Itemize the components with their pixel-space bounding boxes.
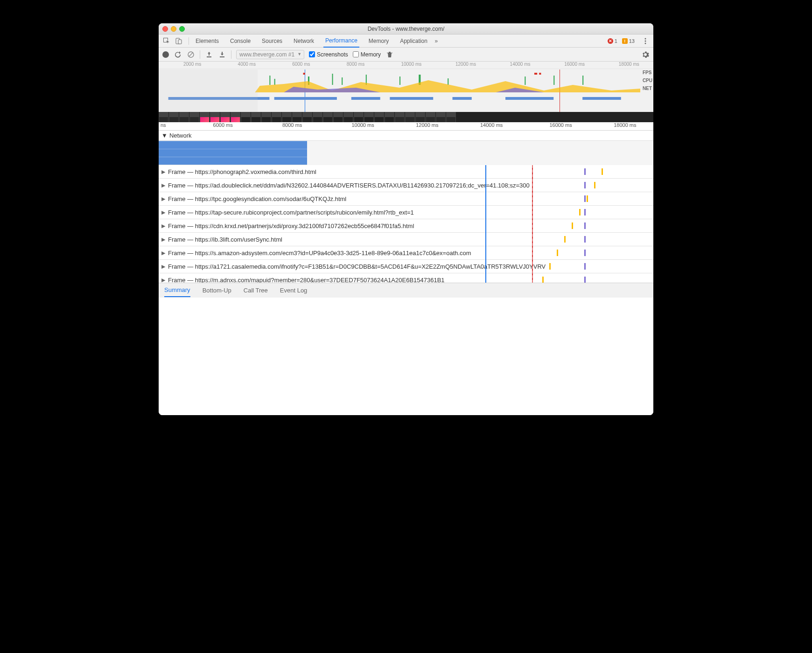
disclosure-triangle-icon[interactable]: ▶: [161, 264, 166, 270]
track-row[interactable]: ▶Frame — https://tap-secure.rubiconproje…: [159, 206, 653, 219]
task-mark: [584, 209, 586, 215]
overview-tick: 16000 ms: [564, 62, 585, 67]
details-tab-call-tree[interactable]: Call Tree: [244, 284, 268, 297]
more-options-icon[interactable]: [640, 36, 651, 46]
svg-point-5: [645, 42, 646, 44]
details-tab-summary[interactable]: Summary: [164, 284, 190, 297]
network-section-header[interactable]: ▼ Network: [159, 131, 653, 141]
reload-button[interactable]: [174, 50, 182, 59]
svg-point-3: [645, 38, 646, 39]
track-label: Frame — https://a1721.casalemedia.com/if…: [168, 263, 546, 270]
disclosure-triangle-icon[interactable]: ▶: [161, 223, 166, 229]
task-mark: [557, 250, 558, 256]
warning-count: 13: [629, 38, 635, 44]
overview-tick: 10000 ms: [401, 62, 421, 67]
ruler-tick: 10000 ms: [351, 122, 374, 128]
track-row[interactable]: ▶Frame — https://cdn.krxd.net/partnerjs/…: [159, 219, 653, 233]
track-row[interactable]: ▶Frame — https://a1721.casalemedia.com/i…: [159, 260, 653, 273]
svg-rect-16: [448, 78, 448, 85]
toggle-device-toolbar-icon[interactable]: [174, 36, 184, 46]
panel-tab-sources[interactable]: Sources: [260, 35, 284, 47]
disclosure-triangle-icon[interactable]: ▶: [161, 169, 166, 175]
overflow-tabs-icon[interactable]: »: [431, 36, 441, 46]
save-profile-icon[interactable]: [218, 50, 226, 59]
titlebar: DevTools - www.theverge.com/: [159, 23, 653, 35]
flame-chart-tracks[interactable]: ▶Frame — https://phonograph2.voxmedia.co…: [159, 165, 653, 283]
panel-tab-memory[interactable]: Memory: [367, 35, 391, 47]
minimize-window-button[interactable]: [171, 26, 176, 32]
track-row[interactable]: ▶Frame — https://tpc.googlesyndication.c…: [159, 192, 653, 206]
ruler-prefix: ns: [161, 122, 166, 128]
track-label: Frame — https://s.amazon-adsystem.com/ec…: [168, 250, 471, 257]
svg-point-4: [645, 40, 646, 42]
overview-tick: 2000 ms: [183, 62, 201, 67]
main-ruler[interactable]: ns 6000 ms 8000 ms 10000 ms 12000 ms 140…: [159, 122, 653, 131]
load-profile-icon[interactable]: [205, 50, 213, 59]
overview-tick: 8000 ms: [347, 62, 364, 67]
track-row[interactable]: ▶Frame — https://ad.doubleclick.net/ddm/…: [159, 179, 653, 192]
svg-rect-11: [332, 74, 333, 85]
traffic-lights: [162, 26, 185, 32]
close-window-button[interactable]: [162, 26, 168, 32]
screenshots-checkbox-input[interactable]: [309, 51, 315, 57]
lane-label-cpu: CPU: [643, 78, 652, 83]
warning-icon: !: [622, 38, 628, 44]
collect-garbage-icon[interactable]: [385, 50, 394, 59]
overview-pane[interactable]: 2000 ms4000 ms6000 ms8000 ms10000 ms1200…: [159, 62, 653, 122]
window-title: DevTools - www.theverge.com/: [159, 26, 653, 32]
task-mark: [587, 195, 588, 202]
svg-rect-21: [534, 73, 537, 75]
memory-checkbox-input[interactable]: [353, 51, 359, 57]
disclosure-triangle-icon[interactable]: ▶: [161, 209, 166, 215]
capture-settings-icon[interactable]: [641, 50, 650, 59]
track-label: Frame — https://m.adnxs.com/mapuid?membe…: [168, 277, 445, 283]
select-element-icon[interactable]: [161, 36, 172, 46]
panel-tab-elements[interactable]: Elements: [194, 35, 221, 47]
task-mark: [584, 250, 586, 256]
track-label: Frame — https://phonograph2.voxmedia.com…: [168, 168, 316, 175]
panel-tab-console[interactable]: Console: [228, 35, 252, 47]
network-waterfall[interactable]: [159, 141, 307, 165]
disclosure-triangle-icon[interactable]: ▶: [161, 250, 166, 256]
overview-lane-labels: FPSCPUNET: [643, 70, 652, 91]
track-row[interactable]: ▶Frame — https://s.amazon-adsystem.com/e…: [159, 246, 653, 260]
ruler-tick: 16000 ms: [549, 122, 572, 128]
disclosure-triangle-icon[interactable]: ▶: [161, 277, 166, 283]
lane-label-fps: FPS: [643, 70, 652, 75]
error-badge[interactable]: ✕ 1: [608, 38, 617, 44]
profile-select[interactable]: www.theverge.com #1: [236, 50, 304, 59]
disclosure-triangle-icon[interactable]: ▼: [161, 132, 168, 139]
disclosure-triangle-icon[interactable]: ▶: [161, 196, 166, 202]
devtools-window: DevTools - www.theverge.com/ ElementsCon…: [159, 23, 653, 415]
error-count: 1: [615, 38, 617, 44]
zoom-window-button[interactable]: [179, 26, 185, 32]
task-mark: [584, 277, 586, 283]
track-label: Frame — https://tpc.googlesyndication.co…: [168, 195, 346, 202]
warning-badge[interactable]: ! 13: [622, 38, 635, 44]
overview-ruler: 2000 ms4000 ms6000 ms8000 ms10000 ms1200…: [159, 62, 653, 69]
disclosure-triangle-icon[interactable]: ▶: [161, 236, 166, 243]
panel-tab-application[interactable]: Application: [398, 35, 429, 47]
memory-checkbox[interactable]: Memory: [353, 51, 381, 58]
details-tab-event-log[interactable]: Event Log: [280, 284, 308, 297]
disclosure-triangle-icon[interactable]: ▶: [161, 182, 166, 188]
track-row[interactable]: ▶Frame — https://phonograph2.voxmedia.co…: [159, 165, 653, 179]
overview-tick: 4000 ms: [238, 62, 256, 67]
screenshots-checkbox[interactable]: Screenshots: [309, 51, 348, 58]
svg-rect-20: [303, 73, 305, 75]
task-mark: [584, 168, 586, 175]
clear-button[interactable]: [187, 50, 195, 59]
svg-rect-12: [342, 77, 343, 85]
svg-rect-2: [178, 40, 182, 44]
svg-rect-24: [274, 97, 337, 100]
task-mark: [579, 209, 581, 215]
track-row[interactable]: ▶Frame — https://m.adnxs.com/mapuid?memb…: [159, 273, 653, 283]
panel-tab-performance[interactable]: Performance: [323, 35, 359, 48]
details-tab-bottom-up[interactable]: Bottom-Up: [203, 284, 231, 297]
track-row[interactable]: ▶Frame — https://ib.3lift.com/userSync.h…: [159, 233, 653, 246]
svg-rect-19: [582, 76, 583, 85]
task-mark: [564, 236, 566, 243]
task-mark: [594, 182, 595, 188]
record-button[interactable]: [162, 51, 169, 58]
panel-tab-network[interactable]: Network: [292, 35, 316, 47]
